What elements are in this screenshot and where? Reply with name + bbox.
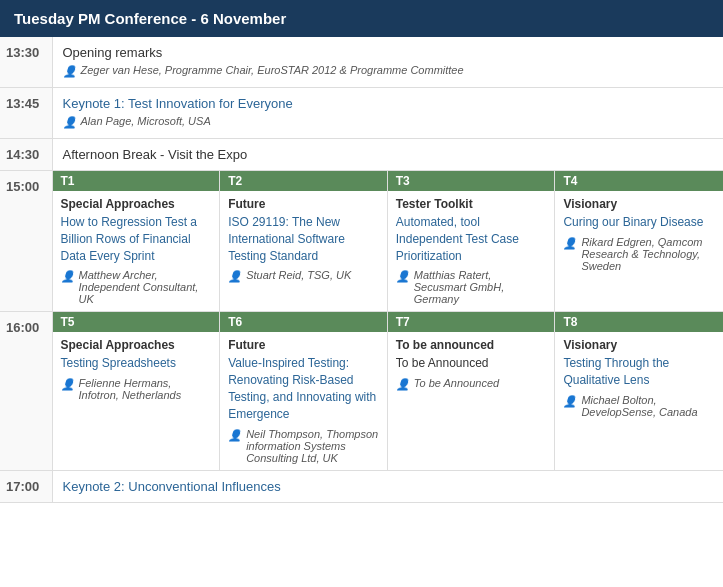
content-1330: Opening remarks 👤 Zeger van Hese, Progra… <box>52 37 723 88</box>
track-t6-body: Future Value-Inspired Testing: Renovatin… <box>220 332 387 469</box>
track-t7-header: T7 <box>388 312 555 332</box>
track-t3-title[interactable]: Automated, tool Independent Test Case Pr… <box>396 214 547 264</box>
track-t5-category: Special Approaches <box>61 338 212 352</box>
event-break: Afternoon Break - Visit the Expo <box>63 147 714 162</box>
track-t5-body: Special Approaches Testing Spreadsheets … <box>53 332 220 407</box>
track-t2-category: Future <box>228 197 379 211</box>
track-t1-body: Special Approaches How to Regression Tes… <box>53 191 220 311</box>
track-t4-title[interactable]: Curing our Binary Disease <box>563 214 715 231</box>
content-1700: Keynote 2: Unconventional Influences <box>52 470 723 502</box>
speaker-icon-t8: 👤 <box>563 395 577 409</box>
speaker-1345: 👤 Alan Page, Microsoft, USA <box>63 115 714 130</box>
track-t2-body: Future ISO 29119: The New International … <box>220 191 387 290</box>
track-t7: T7 To be announced To be Announced 👤 To … <box>388 312 556 469</box>
tracks-grid-1600: T5 Special Approaches Testing Spreadshee… <box>53 312 724 469</box>
track-t5: T5 Special Approaches Testing Spreadshee… <box>53 312 221 469</box>
speaker-icon-t4: 👤 <box>563 237 577 251</box>
track-t1-header: T1 <box>53 171 220 191</box>
speaker-icon-t5: 👤 <box>61 378 75 392</box>
speaker-t7-text: To be Announced <box>414 377 499 389</box>
track-t1-title[interactable]: How to Regression Test a Billion Rows of… <box>61 214 212 264</box>
track-t7-title: To be Announced <box>396 355 547 372</box>
speaker-t2-text: Stuart Reid, TSG, UK <box>246 269 351 281</box>
speaker-icon-t3: 👤 <box>396 270 410 284</box>
track-t8-title[interactable]: Testing Through the Qualitative Lens <box>563 355 715 389</box>
track-t4-body: Visionary Curing our Binary Disease 👤 Ri… <box>555 191 723 278</box>
row-1600: 16:00 T5 Special Approaches Testing Spre… <box>0 312 723 470</box>
track-t3-speaker: 👤 Matthias Ratert, Secusmart GmbH, Germa… <box>396 269 547 305</box>
track-t3-category: Tester Toolkit <box>396 197 547 211</box>
speaker-icon-t2: 👤 <box>228 270 242 284</box>
time-1600: 16:00 <box>0 312 52 470</box>
keynote-2-link[interactable]: Keynote 2: Unconventional Influences <box>63 479 714 494</box>
time-1700: 17:00 <box>0 470 52 502</box>
track-t1: T1 Special Approaches How to Regression … <box>53 171 221 311</box>
track-t5-header: T5 <box>53 312 220 332</box>
row-1345: 13:45 Keynote 1: Test Innovation for Eve… <box>0 88 723 139</box>
track-t3: T3 Tester Toolkit Automated, tool Indepe… <box>388 171 556 311</box>
conference-title: Tuesday PM Conference - 6 November <box>14 10 286 27</box>
row-1330: 13:30 Opening remarks 👤 Zeger van Hese, … <box>0 37 723 88</box>
keynote-1-link[interactable]: Keynote 1: Test Innovation for Everyone <box>63 96 714 111</box>
row-1700: 17:00 Keynote 2: Unconventional Influenc… <box>0 470 723 502</box>
speaker-icon-1345: 👤 <box>63 116 77 130</box>
time-1345: 13:45 <box>0 88 52 139</box>
content-1430: Afternoon Break - Visit the Expo <box>52 139 723 171</box>
track-t4-category: Visionary <box>563 197 715 211</box>
track-t7-category: To be announced <box>396 338 547 352</box>
speaker-1330: 👤 Zeger van Hese, Programme Chair, EuroS… <box>63 64 714 79</box>
track-t3-header: T3 <box>388 171 555 191</box>
tracks-1500: T1 Special Approaches How to Regression … <box>52 171 723 312</box>
track-t8: T8 Visionary Testing Through the Qualita… <box>555 312 723 469</box>
speaker-icon-t6: 👤 <box>228 429 242 443</box>
track-t1-category: Special Approaches <box>61 197 212 211</box>
speaker-text-1345: Alan Page, Microsoft, USA <box>81 115 211 127</box>
track-t7-body: To be announced To be Announced 👤 To be … <box>388 332 555 398</box>
track-t5-speaker: 👤 Felienne Hermans, Infotron, Netherland… <box>61 377 212 401</box>
track-t2-speaker: 👤 Stuart Reid, TSG, UK <box>228 269 379 284</box>
speaker-icon-t7: 👤 <box>396 378 410 392</box>
content-1345: Keynote 1: Test Innovation for Everyone … <box>52 88 723 139</box>
track-t2: T2 Future ISO 29119: The New Internation… <box>220 171 388 311</box>
speaker-t4-text: Rikard Edgren, Qamcom Research & Technol… <box>581 236 715 272</box>
speaker-t6-text: Neil Thompson, Thompson information Syst… <box>246 428 379 464</box>
track-t7-speaker: 👤 To be Announced <box>396 377 547 392</box>
track-t3-body: Tester Toolkit Automated, tool Independe… <box>388 191 555 311</box>
time-1500: 15:00 <box>0 171 52 312</box>
track-t6-title[interactable]: Value-Inspired Testing: Renovating Risk-… <box>228 355 379 422</box>
event-opening: Opening remarks <box>63 45 714 60</box>
track-t4-header: T4 <box>555 171 723 191</box>
speaker-text-1330: Zeger van Hese, Programme Chair, EuroSTA… <box>81 64 464 76</box>
track-t5-title[interactable]: Testing Spreadsheets <box>61 355 212 372</box>
time-1430: 14:30 <box>0 139 52 171</box>
conference-container: Tuesday PM Conference - 6 November 13:30… <box>0 0 723 503</box>
track-t1-speaker: 👤 Matthew Archer, Independent Consultant… <box>61 269 212 305</box>
track-t8-header: T8 <box>555 312 723 332</box>
speaker-icon-1330: 👤 <box>63 65 77 79</box>
row-1500: 15:00 T1 Special Approaches How to Regre… <box>0 171 723 312</box>
track-t2-title[interactable]: ISO 29119: The New International Softwar… <box>228 214 379 264</box>
row-1430: 14:30 Afternoon Break - Visit the Expo <box>0 139 723 171</box>
time-1330: 13:30 <box>0 37 52 88</box>
schedule-table: 13:30 Opening remarks 👤 Zeger van Hese, … <box>0 37 723 503</box>
track-t4-speaker: 👤 Rikard Edgren, Qamcom Research & Techn… <box>563 236 715 272</box>
track-t8-speaker: 👤 Michael Bolton, DevelopSense, Canada <box>563 394 715 418</box>
track-t8-body: Visionary Testing Through the Qualitativ… <box>555 332 723 424</box>
track-t2-header: T2 <box>220 171 387 191</box>
speaker-icon-t1: 👤 <box>61 270 75 284</box>
tracks-1600: T5 Special Approaches Testing Spreadshee… <box>52 312 723 470</box>
track-t4: T4 Visionary Curing our Binary Disease 👤… <box>555 171 723 311</box>
tracks-grid-1500: T1 Special Approaches How to Regression … <box>53 171 724 311</box>
track-t6-header: T6 <box>220 312 387 332</box>
track-t6: T6 Future Value-Inspired Testing: Renova… <box>220 312 388 469</box>
speaker-t5-text: Felienne Hermans, Infotron, Netherlands <box>79 377 212 401</box>
speaker-t8-text: Michael Bolton, DevelopSense, Canada <box>581 394 715 418</box>
conference-header: Tuesday PM Conference - 6 November <box>0 0 723 37</box>
track-t8-category: Visionary <box>563 338 715 352</box>
track-t6-category: Future <box>228 338 379 352</box>
speaker-t3-text: Matthias Ratert, Secusmart GmbH, Germany <box>414 269 547 305</box>
track-t6-speaker: 👤 Neil Thompson, Thompson information Sy… <box>228 428 379 464</box>
speaker-t1-text: Matthew Archer, Independent Consultant, … <box>79 269 212 305</box>
